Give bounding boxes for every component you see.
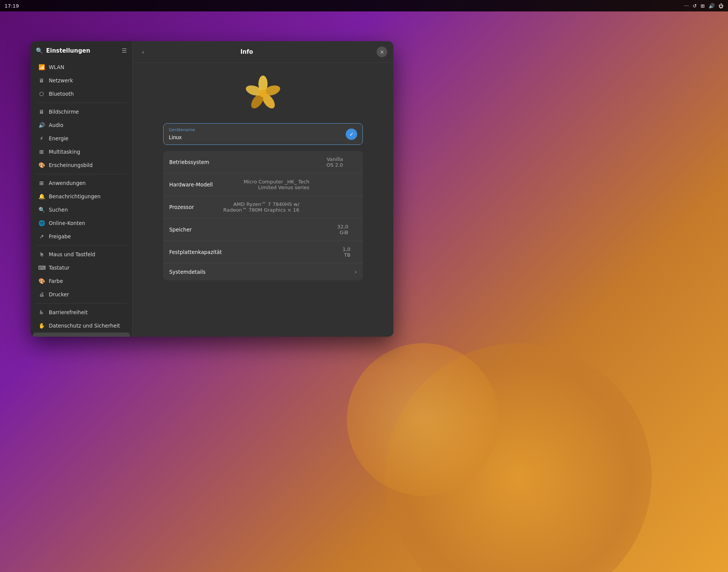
sidebar-item-bluetooth[interactable]: ⬡ Bluetooth [33, 87, 130, 100]
app-logo [244, 74, 282, 112]
device-name-container[interactable]: Gerätename ✓ [163, 123, 363, 145]
chevron-right-icon: › [354, 269, 357, 275]
topbar-icons: ··· ↺ ⊞ 🔊 ⏻ [684, 3, 723, 9]
wifi-icon: 📶 [38, 64, 45, 70]
search-icon[interactable]: 🔍 [36, 47, 43, 54]
sidebar-item-erscheinungsbild[interactable]: 🎨 Erscheinungsbild [33, 159, 130, 172]
sidebar-header: 🔍 Einstellungen ☰ [30, 41, 132, 59]
info-right-hardware: Micro Computer _HK_ Tech Limited Venus s… [238, 179, 357, 190]
sidebar-item-tastatur[interactable]: ⌨ Tastatur [33, 261, 130, 274]
back-button[interactable]: ‹ [139, 47, 147, 57]
color-icon: 🎨 [38, 278, 45, 284]
info-value-hardware: Micro Computer _HK_ Tech Limited Venus s… [238, 179, 309, 190]
printer-icon: 🖨 [38, 291, 45, 297]
info-right-betriebssystem: Vanilla OS 2.0 [322, 156, 357, 168]
info-value-prozessor: AMD Ryzen™ 7 7840HS w/ Radeon™ 780M Grap… [213, 201, 299, 213]
search2-icon: 🔍 [38, 207, 45, 213]
info-row-hardware: Hardware-Modell Micro Computer _HK_ Tech… [163, 174, 363, 196]
sidebar-item-wlan[interactable]: 📶 WLAN [33, 61, 130, 74]
sidebar-item-barrierefreiheit[interactable]: ♿ Barrierefreiheit [33, 306, 130, 319]
topbar-misc-icon: ··· [684, 3, 689, 9]
privacy-icon: ✋ [38, 323, 45, 329]
sidebar-item-system[interactable]: ⚙ System [33, 333, 130, 337]
sidebar-item-maus[interactable]: 🖱 Maus und Tastfeld [33, 248, 130, 261]
sidebar-item-label: Bluetooth [49, 91, 74, 97]
sidebar-item-label: WLAN [49, 64, 64, 70]
sidebar-items: 📶 WLAN 🖥 Netzwerk ⬡ Bluetooth 🖥 Bildschi… [30, 59, 132, 337]
device-name-input[interactable] [169, 134, 346, 140]
divider-1 [36, 103, 127, 103]
info-row-festplatte: Festplattenkapazität 1,0 TB [163, 241, 363, 264]
sidebar-item-anwendungen[interactable]: ⊞ Anwendungen [33, 177, 130, 190]
sidebar-item-label: Anwendungen [49, 180, 86, 186]
sidebar-item-label: Netzwerk [49, 77, 73, 84]
logo-area [163, 74, 363, 112]
network-icon: 🖥 [38, 77, 45, 84]
menu-icon[interactable]: ☰ [122, 47, 127, 54]
sidebar-item-netzwerk[interactable]: 🖥 Netzwerk [33, 74, 130, 87]
sidebar-item-online-konten[interactable]: 🌐 Online-Konten [33, 217, 130, 230]
sidebar-item-suchen[interactable]: 🔍 Suchen [33, 203, 130, 216]
sidebar-item-label: Farbe [49, 278, 63, 284]
main-content: ‹ Info × Gerätename [133, 41, 393, 337]
clock: 17:19 [5, 3, 19, 9]
info-row-prozessor: Prozessor AMD Ryzen™ 7 7840HS w/ Radeon™… [163, 196, 363, 219]
topbar-power-icon: ⏻ [718, 3, 723, 9]
system-icon: ⚙ [38, 336, 45, 337]
sidebar-item-label: Drucker [49, 291, 69, 297]
page-title: Info [152, 48, 342, 55]
sidebar-item-label: Benachrichtigungen [49, 193, 101, 199]
info-value-speicher: 32,0 GiB [335, 224, 348, 235]
bluetooth-icon: ⬡ [38, 91, 45, 97]
svg-point-5 [259, 90, 267, 97]
bg-decoration-2 [347, 343, 499, 496]
sidebar-item-label: Freigabe [49, 233, 71, 239]
info-value-festplatte: 1,0 TB [341, 246, 350, 258]
sidebar-item-energie[interactable]: ⚡ Energie [33, 132, 130, 145]
sidebar-item-label: Barrierefreiheit [49, 309, 88, 315]
appearance-icon: 🎨 [38, 162, 45, 168]
main-body: Gerätename ✓ Betriebssystem Vanilla OS 2… [133, 63, 393, 337]
sidebar: 🔍 Einstellungen ☰ 📶 WLAN 🖥 Netzwerk ⬡ Bl… [30, 41, 133, 337]
divider-3 [36, 245, 127, 246]
sidebar-item-benachrichtigungen[interactable]: 🔔 Benachrichtigungen [33, 190, 130, 203]
info-label-prozessor: Prozessor [169, 204, 194, 210]
sidebar-item-label: Datenschutz und Sicherheit [49, 323, 120, 329]
sidebar-title: Einstellungen [46, 47, 119, 54]
sidebar-item-label: Energie [49, 135, 68, 141]
sidebar-item-label: Bildschirme [49, 109, 79, 115]
online-icon: 🌐 [38, 220, 45, 226]
energy-icon: ⚡ [38, 135, 45, 141]
info-label-speicher: Speicher [169, 227, 192, 233]
audio-icon: 🔊 [38, 122, 45, 128]
close-button[interactable]: × [377, 47, 387, 57]
mouse-icon: 🖱 [38, 251, 45, 257]
device-name-inner: Gerätename [169, 127, 346, 141]
topbar: 17:19 ··· ↺ ⊞ 🔊 ⏻ [0, 0, 728, 11]
access-icon: ♿ [38, 309, 45, 315]
main-header: ‹ Info × [133, 41, 393, 63]
info-label-betriebssystem: Betriebssystem [169, 159, 209, 165]
sidebar-item-drucker[interactable]: 🖨 Drucker [33, 288, 130, 301]
sidebar-item-bildschirme[interactable]: 🖥 Bildschirme [33, 105, 130, 118]
sidebar-item-label: Online-Konten [49, 220, 85, 226]
sidebar-item-label: Erscheinungsbild [49, 162, 93, 168]
sidebar-item-label: Maus und Tastfeld [49, 251, 95, 257]
sidebar-item-label: System [49, 336, 68, 337]
sidebar-item-farbe[interactable]: 🎨 Farbe [33, 275, 130, 288]
sidebar-item-freigabe[interactable]: ↗ Freigabe [33, 230, 130, 243]
divider-4 [36, 303, 127, 304]
info-row-betriebssystem: Betriebssystem Vanilla OS 2.0 [163, 151, 363, 174]
settings-window: 🔍 Einstellungen ☰ 📶 WLAN 🖥 Netzwerk ⬡ Bl… [30, 41, 393, 337]
info-row-systemdetails[interactable]: Systemdetails › [163, 264, 363, 280]
info-right-systemdetails: › [351, 269, 357, 275]
info-right-speicher: 32,0 GiB [335, 224, 357, 235]
device-name-confirm-button[interactable]: ✓ [346, 129, 357, 140]
sidebar-item-audio[interactable]: 🔊 Audio [33, 119, 130, 132]
divider-2 [36, 174, 127, 174]
topbar-sound-icon: 🔊 [709, 3, 715, 9]
info-label-festplatte: Festplattenkapazität [169, 249, 222, 255]
info-right-festplatte: 1,0 TB [341, 246, 357, 258]
sidebar-item-multitasking[interactable]: ⊞ Multitasking [33, 145, 130, 158]
sidebar-item-datenschutz[interactable]: ✋ Datenschutz und Sicherheit [33, 319, 130, 332]
